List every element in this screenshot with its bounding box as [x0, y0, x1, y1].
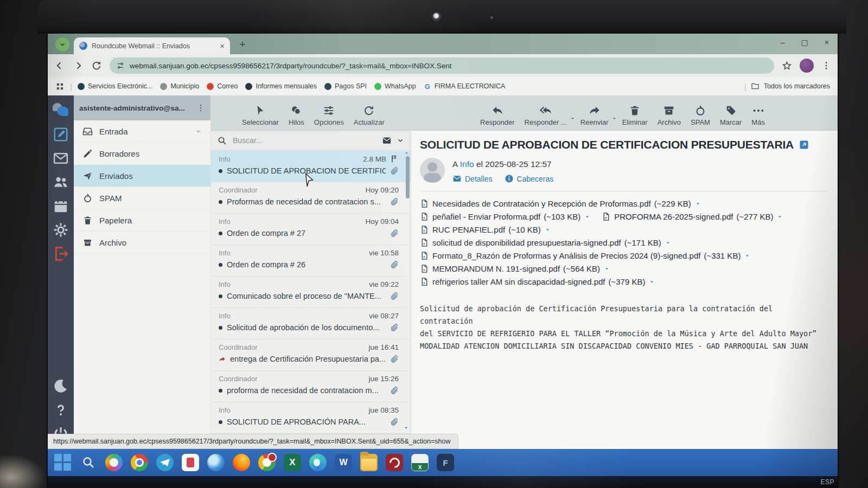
address-bar[interactable]: webmail.sanjuan.gob.ec/cpsess9598656217/… [110, 57, 774, 74]
attachment-item[interactable]: PROFORMA 26-2025-signed.pdf(~277 KB) [602, 212, 783, 221]
taskbar-icon-acrobat[interactable] [386, 454, 403, 471]
message-row[interactable]: Coordinadorjue 16:41entrega de Certifica… [211, 339, 411, 371]
flag-icon[interactable] [390, 155, 399, 163]
taskbar-icon-chrome[interactable] [131, 454, 148, 471]
bookmark-item[interactable]: Pagos SPI [324, 82, 367, 90]
attachment-item[interactable]: MEMORANDUM N. 191-signed.pdf(~564 KB) [420, 264, 610, 273]
attachment-menu-caret-icon[interactable] [603, 265, 610, 272]
browser-menu-icon[interactable] [821, 61, 831, 70]
forward-icon[interactable] [73, 60, 84, 71]
taskbar-icon-edge-alt[interactable] [309, 454, 327, 471]
attachment-menu-caret-icon[interactable] [694, 200, 701, 207]
search-input[interactable] [232, 136, 377, 145]
taskbar-icon-finance-app[interactable]: F [437, 454, 454, 471]
calendar-icon[interactable] [53, 198, 69, 214]
bookmark-star-icon[interactable] [782, 61, 792, 71]
tab-search-button[interactable] [55, 37, 69, 52]
bookmark-item[interactable]: Correo [207, 82, 238, 90]
mail-scope-icon[interactable] [382, 136, 392, 145]
scroll-down-icon[interactable] [403, 425, 409, 431]
sidebar-item-papelera[interactable]: Papelera [74, 209, 210, 232]
details-toggle[interactable]: Detalles [452, 174, 493, 183]
responder-button[interactable]: Responder [475, 105, 520, 130]
logout-icon[interactable] [53, 246, 69, 262]
más-button[interactable]: Más [746, 105, 770, 130]
taskbar-icon-chrome-work[interactable] [258, 454, 276, 471]
taskbar-icon-edge[interactable] [207, 454, 225, 471]
attachment-menu-caret-icon[interactable] [648, 278, 655, 285]
bookmark-item[interactable]: Municipio [160, 82, 199, 90]
sidebar-item-archivo[interactable]: Archivo [74, 232, 210, 254]
site-settings-icon[interactable] [116, 61, 125, 70]
account-menu-icon[interactable] [196, 104, 205, 112]
reload-icon[interactable] [91, 60, 102, 71]
hilos-button[interactable]: Hilos [284, 105, 309, 130]
open-in-new-window-icon[interactable] [799, 140, 809, 150]
attachment-item[interactable]: Necesidades de Contratación y Recepción … [420, 199, 701, 208]
attachment-item[interactable]: refrigerios taller AM sin discapacidad-s… [420, 277, 655, 286]
compose-icon[interactable] [53, 126, 69, 143]
eliminar-button[interactable]: Eliminar [617, 105, 653, 130]
sidebar-item-enviados[interactable]: Enviados [74, 165, 210, 187]
taskbar-icon-excel-file[interactable]: x [411, 454, 429, 471]
dropdown-caret-icon[interactable] [570, 115, 576, 121]
attachment-item[interactable]: peñafiel - Enviar Proforma.pdf(~103 KB) [420, 212, 591, 221]
attachment-item[interactable]: RUC PENAFIEL.pdf(~10 KB) [420, 225, 551, 234]
seleccionar-button[interactable]: Seleccionar [237, 105, 284, 130]
search-options-chevron-icon[interactable] [397, 137, 404, 144]
maximize-button[interactable]: ▢ [801, 38, 808, 47]
taskbar-icon-firefox[interactable] [233, 454, 250, 471]
settings-icon[interactable] [53, 222, 69, 238]
attachment-menu-caret-icon[interactable] [776, 213, 783, 220]
contacts-icon[interactable] [53, 174, 69, 190]
message-row[interactable]: Infovie 10:58Orden de compra # 26 [211, 245, 411, 277]
scroll-up-icon[interactable] [404, 151, 409, 155]
bookmark-item[interactable]: WhatsApp [374, 82, 416, 90]
back-icon[interactable] [54, 60, 65, 71]
attachment-menu-caret-icon[interactable] [665, 239, 672, 246]
responder--button[interactable]: Responder ... [520, 105, 572, 130]
reenviar-button[interactable]: Reenviar [576, 105, 614, 130]
sidebar-item-spam[interactable]: SPAM [74, 187, 210, 209]
taskbar-icon-file-explorer[interactable] [360, 454, 378, 471]
tab-close-icon[interactable]: × [220, 41, 225, 50]
headers-toggle[interactable]: Cabeceras [505, 174, 554, 183]
message-row[interactable]: Infojue 08:35SOLICITUD DE APROBACIÓN PAR… [211, 402, 411, 434]
sidebar-item-borradores[interactable]: Borradores [74, 143, 210, 165]
actualizar-button[interactable]: Actualizar [349, 105, 390, 130]
message-row[interactable]: Infovie 08:27Solicitud de aprobación de … [211, 308, 411, 339]
attachment-menu-caret-icon[interactable] [584, 213, 591, 220]
bookmark-item[interactable]: Informes mensuales [245, 82, 317, 90]
taskbar-icon-telegram[interactable] [156, 454, 174, 471]
minimize-button[interactable]: – [781, 38, 785, 47]
attachment-menu-caret-icon[interactable] [544, 226, 551, 233]
archivo-button[interactable]: Archivo [653, 105, 686, 130]
mail-icon[interactable] [53, 150, 69, 166]
taskbar-icon-excel[interactable]: X [284, 454, 301, 471]
sidebar-item-entrada[interactable]: Entrada [74, 120, 210, 143]
browser-profile-avatar[interactable] [800, 59, 814, 73]
bookmark-item[interactable]: Servicios Electrónic... [78, 82, 152, 90]
account-header[interactable]: asistente-administrativo@sa... [74, 95, 210, 120]
message-row[interactable]: Infovie 09:22Comunicado sobre el proceso… [211, 277, 411, 308]
new-tab-button[interactable]: + [235, 37, 250, 52]
spam-button[interactable]: SPAM [686, 105, 715, 130]
message-row[interactable]: InfoHoy 09:04Orden de compra # 27 [211, 214, 411, 245]
taskbar-icon-copilot[interactable] [105, 454, 123, 471]
search-icon[interactable] [218, 136, 227, 145]
theme-icon[interactable] [53, 378, 69, 394]
dropdown-caret-icon[interactable] [611, 115, 617, 121]
collapse-chevron-icon[interactable] [195, 128, 202, 134]
attachment-item[interactable]: Formato_8_Razón de Proformas y Análisis … [420, 251, 751, 260]
taskbar-icon-start[interactable] [54, 454, 72, 471]
help-icon[interactable] [53, 402, 69, 418]
marcar-button[interactable]: Marcar [715, 105, 746, 130]
recipient-link[interactable]: Info [460, 159, 474, 169]
taskbar-icon-word[interactable]: W [335, 454, 352, 471]
browser-tab[interactable]: Roundcube Webmail :: Enviados × [74, 37, 230, 54]
taskbar-icon-mail-app[interactable] [182, 454, 199, 471]
attachment-menu-caret-icon[interactable] [744, 252, 751, 259]
apps-grid-icon[interactable] [55, 82, 65, 91]
close-button[interactable]: × [825, 38, 829, 47]
bookmark-item[interactable]: GFIRMA ELECTRONICA [424, 82, 506, 90]
